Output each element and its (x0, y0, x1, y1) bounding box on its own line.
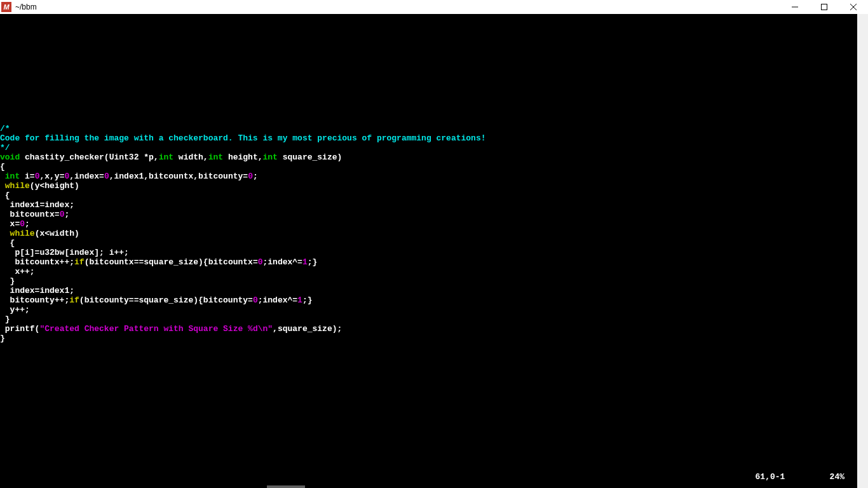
code-line: p[i]=u32bw[index]; i++; (0, 248, 129, 257)
code-token: int (159, 152, 173, 162)
code-token: width, (173, 152, 208, 162)
code-token: (x<width) (35, 229, 79, 238)
code-token: x= (0, 219, 20, 229)
code-line: /* (0, 124, 10, 133)
code-token: 0 (104, 172, 109, 181)
code-token: ; (25, 219, 30, 229)
code-line: index=index1; (0, 286, 74, 295)
code-area: /* Code for filling the image with a che… (0, 114, 486, 353)
code-token (0, 229, 10, 238)
code-token: 0 (248, 172, 253, 181)
code-token: 1 (297, 295, 302, 305)
code-token: while (5, 181, 30, 191)
code-line: y++; (0, 305, 30, 315)
code-token (0, 181, 5, 191)
titlebar: M ~/bbm (0, 0, 868, 14)
minimize-button[interactable] (780, 0, 810, 14)
code-token: ;index^= (263, 257, 302, 267)
app-icon: M (1, 2, 11, 12)
code-line: Code for filling the image with a checke… (0, 133, 486, 143)
code-token: height, (223, 152, 262, 162)
code-token: (bitcounty==square_size){bitcounty= (79, 295, 253, 305)
close-button[interactable] (839, 0, 868, 14)
code-line: x++; (0, 267, 35, 276)
code-line: { (0, 191, 10, 200)
code-token: " (268, 324, 273, 334)
code-token: ; (253, 172, 258, 181)
code-token: ;} (302, 295, 313, 305)
code-token: ; (64, 210, 69, 219)
code-token: printf( (0, 324, 39, 334)
code-line: { (0, 238, 15, 248)
code-token: 1 (302, 257, 308, 267)
code-token: ,index1,bitcountx,bitcounty= (109, 172, 248, 181)
code-token: bitcountx++; (0, 257, 74, 267)
code-line: */ (0, 143, 10, 152)
code-line: index1=index; (0, 200, 74, 210)
code-token: 0 (258, 257, 263, 267)
code-line: } (0, 315, 10, 324)
horizontal-scrollbar[interactable] (0, 485, 857, 488)
code-token: 0 (253, 295, 258, 305)
code-token (0, 172, 5, 181)
code-token: 0 (20, 219, 25, 229)
code-token: bitcountx= (0, 210, 60, 219)
horizontal-scroll-thumb[interactable] (267, 485, 305, 488)
code-token: "Created Checker Pattern with Square Siz… (39, 324, 248, 334)
code-line: } (0, 334, 5, 343)
maximize-button[interactable] (810, 0, 839, 14)
code-token: %d\n (248, 324, 268, 334)
code-token: ,index= (69, 172, 104, 181)
code-token: (y<height) (30, 181, 79, 191)
terminal-content[interactable]: /* Code for filling the image with a che… (0, 14, 857, 488)
code-token: square_size) (278, 152, 342, 162)
code-token: ,square_size); (273, 324, 342, 334)
vim-status-line: 61,0-1 24% (756, 472, 844, 482)
code-token: ;} (308, 257, 318, 267)
scroll-percent: 24% (830, 472, 844, 482)
code-token: void (0, 152, 20, 162)
code-token: chastity_checker(Uint32 *p, (20, 152, 158, 162)
code-token: ;index^= (258, 295, 297, 305)
code-token: if (74, 257, 85, 267)
code-token: int (5, 172, 20, 181)
code-token: i= (20, 172, 34, 181)
code-line: } (0, 276, 15, 286)
code-line: { (0, 162, 5, 172)
code-token: bitcounty++; (0, 295, 69, 305)
code-token: int (263, 152, 278, 162)
cursor-position: 61,0-1 (756, 472, 785, 482)
code-token: if (69, 295, 79, 305)
code-token: (bitcountx==square_size){bitcountx= (85, 257, 258, 267)
code-token: while (10, 229, 35, 238)
window-title: ~/bbm (15, 3, 37, 11)
code-token: int (208, 152, 223, 162)
code-token: ,x,y= (39, 172, 64, 181)
svg-rect-1 (822, 4, 827, 10)
